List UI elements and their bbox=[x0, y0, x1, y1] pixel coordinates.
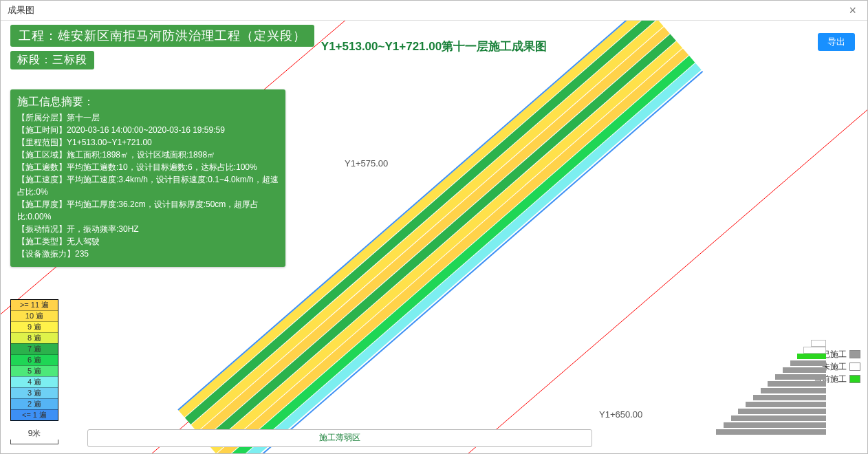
legend-row: 6 遍 bbox=[11, 354, 58, 365]
layer-row bbox=[716, 367, 826, 373]
result-window: 成果图 × Y1+513.00~Y1+721.00第十一层施工成果图 导出 工程… bbox=[0, 0, 868, 454]
layer-row bbox=[716, 395, 826, 400]
legend-row: 5 遍 bbox=[11, 365, 58, 376]
info-head: 施工信息摘要： bbox=[17, 94, 279, 110]
info-layer: 【所属分层】第十一层 bbox=[17, 111, 279, 124]
legend-row: <= 1 遍 bbox=[11, 409, 58, 420]
legend-row: 10 遍 bbox=[11, 310, 58, 321]
content-area: Y1+513.00~Y1+721.00第十一层施工成果图 导出 工程：雄安新区南… bbox=[1, 21, 867, 454]
info-thickness: 【施工厚度】平均施工厚度:36.2cm，设计目标厚度:50cm，超厚占比:0.0… bbox=[17, 198, 279, 223]
layer-row bbox=[716, 422, 826, 428]
layer-row bbox=[716, 402, 826, 407]
scale-bar: 9米 bbox=[10, 428, 58, 444]
svg-rect-9 bbox=[217, 49, 689, 454]
layer-row bbox=[716, 340, 826, 345]
swatch-undone bbox=[849, 363, 860, 371]
layer-row bbox=[716, 347, 826, 352]
layer-row bbox=[716, 374, 826, 380]
info-panel: 施工信息摘要： 【所属分层】第十一层 【施工时间】2020-03-16 14:0… bbox=[10, 89, 285, 267]
legend-row: 4 遍 bbox=[11, 376, 58, 387]
scale-label: 9米 bbox=[10, 428, 58, 440]
layer-row bbox=[716, 354, 826, 359]
info-vibration: 【振动情况】开，振动频率:30HZ bbox=[17, 223, 279, 235]
swatch-done bbox=[849, 350, 860, 358]
layer-row bbox=[716, 429, 826, 435]
info-passes: 【施工遍数】平均施工遍数:10，设计目标遍数:6，达标占比:100% bbox=[17, 161, 279, 173]
pass-count-legend: >= 11 遍10 遍9 遍8 遍7 遍6 遍5 遍4 遍3 遍2 遍<= 1 … bbox=[10, 299, 58, 421]
layer-row bbox=[716, 409, 826, 414]
scale-bar-line bbox=[10, 440, 58, 444]
legend-row: 3 遍 bbox=[11, 387, 58, 398]
legend-row: 8 遍 bbox=[11, 332, 58, 343]
layer-row bbox=[716, 360, 826, 366]
layer-row bbox=[716, 388, 826, 393]
legend-row: >= 11 遍 bbox=[11, 300, 58, 310]
legend-row: 9 遍 bbox=[11, 321, 58, 332]
legend-row: 7 遍 bbox=[11, 343, 58, 354]
layer-row bbox=[716, 381, 826, 387]
weak-zone-button[interactable]: 施工薄弱区 bbox=[87, 429, 592, 447]
info-speed: 【施工速度】平均施工速度:3.4km/h，设计目标速度:0.1~4.0km/h，… bbox=[17, 173, 279, 198]
layer-profile bbox=[716, 338, 826, 435]
info-force: 【设备激振力】235 bbox=[17, 248, 279, 260]
station-label: Y1+575.00 bbox=[345, 158, 388, 169]
info-type: 【施工类型】无人驾驶 bbox=[17, 235, 279, 248]
legend-row: 2 遍 bbox=[11, 398, 58, 409]
window-titlebar: 成果图 × bbox=[1, 1, 867, 21]
swatch-current bbox=[849, 375, 860, 383]
info-area: 【施工区域】施工面积:1898㎡，设计区域面积:1898㎡ bbox=[17, 149, 279, 161]
close-icon[interactable]: × bbox=[845, 1, 860, 20]
info-time: 【施工时间】2020-03-16 14:00:00~2020-03-16 19:… bbox=[17, 124, 279, 136]
layer-row bbox=[716, 415, 826, 421]
info-range: 【里程范围】Y1+513.00~Y1+721.00 bbox=[17, 136, 279, 149]
station-label: Y1+650.00 bbox=[599, 409, 642, 420]
chart-title: Y1+513.00~Y1+721.00第十一层施工成果图 bbox=[1, 39, 867, 54]
window-title: 成果图 bbox=[8, 1, 34, 20]
export-button[interactable]: 导出 bbox=[818, 33, 855, 51]
